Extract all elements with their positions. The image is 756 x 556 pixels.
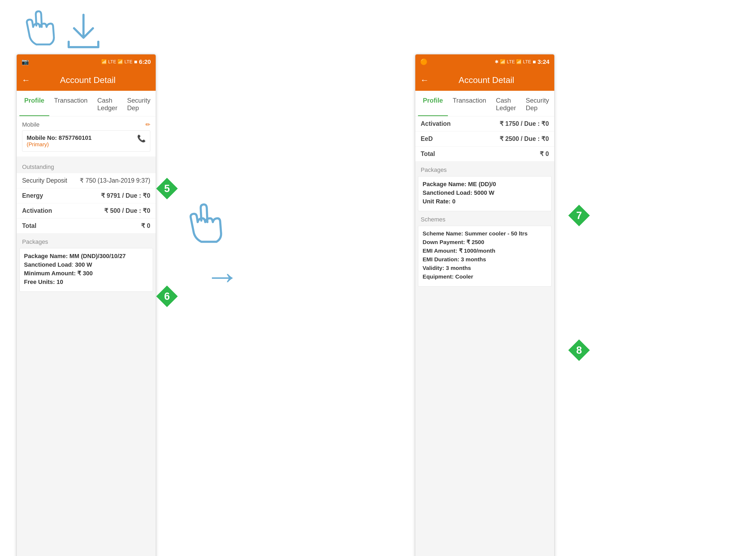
back-button-left[interactable]: ← (22, 75, 30, 85)
packages-section-right: Packages Package Name: ME (DD)/0 Sanctio… (415, 162, 554, 211)
camera-icon: 📷 (22, 59, 29, 65)
mobile-info: Mobile No: 8757760101 (Primary) (27, 134, 92, 148)
phone-left: 📷 📶 LTE 📶 LTE ■ 6:20 ← Account Detail Pr… (16, 54, 156, 556)
total-value-right: ₹ 0 (540, 150, 549, 158)
total-row-left: Total ₹ 0 (17, 218, 156, 234)
badge-6: 6 (156, 285, 178, 307)
phone-right: 🟠 ✱ 📶 LTE 📶 LTE ■ 3:24 ← Account Detail … (415, 54, 555, 556)
mobile-no-label: Mobile No: (27, 134, 57, 141)
energy-label: Energy (22, 192, 43, 199)
energy-row: Energy ₹ 9791 / Due : ₹0 (17, 188, 156, 203)
package-card-right: Package Name: ME (DD)/0 Sanctioned Load:… (418, 176, 551, 211)
scheme-name-label: Scheme Name: (423, 230, 463, 237)
mobile-card-header: Mobile ✏ (22, 121, 150, 128)
status-bar-left-icons: 📷 (22, 59, 29, 65)
status-bar-right-right: ✱ 📶 LTE 📶 LTE ■ 3:24 (495, 59, 549, 65)
tab-transaction-right[interactable]: Transaction (448, 91, 491, 116)
status-bar-right: 🟠 ✱ 📶 LTE 📶 LTE ■ 3:24 (415, 55, 554, 69)
scheme-name-value: Summer cooler - 50 ltrs (465, 230, 527, 237)
package-card-left: Package Name: MM (DND)/300/10/27 Sanctio… (20, 248, 153, 292)
emi-amount-value: ₹ 1000/month (459, 248, 496, 254)
bluetooth-icon: ✱ 📶 LTE 📶 LTE (495, 59, 531, 65)
sanctioned-load-row-left: Sanctioned Load: 300 W (24, 261, 148, 268)
tab-profile-right[interactable]: Profile (418, 91, 448, 116)
activation-row-left: Activation ₹ 500 / Due : ₹0 (17, 203, 156, 218)
security-deposit-value: ₹ 750 (13-Jan-2019 9:37) (80, 177, 150, 184)
minimum-amount-value: ₹ 300 (77, 270, 93, 277)
schemes-label: Schemes (415, 211, 554, 226)
tab-transaction-left[interactable]: Transaction (49, 91, 93, 116)
tab-cash-ledger-left[interactable]: Cash Ledger (93, 91, 122, 116)
mobile-primary: (Primary) (27, 141, 92, 148)
validity-row: Validity: 3 months (423, 265, 547, 271)
header-bar-left: ← Account Detail (17, 69, 156, 91)
badge-8: 8 (568, 339, 590, 361)
tab-profile-left[interactable]: Profile (20, 91, 49, 116)
content-area-left: Mobile ✏ Mobile No: 8757760101 (Primary)… (17, 116, 156, 556)
equipment-label: Equipment: (423, 273, 454, 280)
free-units-row: Free Units: 10 (24, 279, 148, 285)
activation-label-left: Activation (22, 207, 52, 214)
down-payment-row: Down Payment: ₹ 2500 (423, 239, 547, 245)
signal-icon: 📶 LTE 📶 LTE (101, 59, 133, 65)
middle-hand-icon (183, 199, 231, 249)
battery-icon: ■ (134, 59, 137, 65)
total-value-left: ₹ 0 (141, 222, 150, 230)
download-icon (66, 12, 101, 50)
scheme-card: Scheme Name: Summer cooler - 50 ltrs Dow… (418, 226, 551, 287)
tab-cash-ledger-right[interactable]: Cash Ledger (491, 91, 521, 116)
hand-middle-svg (183, 199, 231, 248)
emi-amount-label: EMI Amount: (423, 248, 457, 254)
sanctioned-load-value-left: 300 W (75, 261, 92, 268)
validity-label: Validity: (423, 265, 444, 271)
package-name-value-right: ME (DD)/0 (468, 181, 496, 187)
content-area-right: Activation ₹ 1750 / Due : ₹0 EeD ₹ 2500 … (415, 116, 554, 556)
page-title-left: Account Detail (36, 75, 140, 85)
equipment-row: Equipment: Cooler (423, 273, 547, 280)
sanctioned-load-row-right: Sanctioned Load: 5000 W (423, 189, 547, 196)
emi-duration-label: EMI Duration: (423, 256, 460, 263)
security-deposit-label: Security Deposit (22, 177, 67, 184)
down-payment-label: Down Payment: (423, 239, 465, 245)
tab-security-left[interactable]: Security Dep (122, 91, 155, 116)
mobile-no-value: 8757760101 (59, 134, 92, 141)
package-name-label-right: Package Name: (423, 181, 466, 187)
sanctioned-load-label-right: Sanctioned Load: (423, 189, 472, 196)
top-icons-area (20, 7, 101, 50)
badge-5: 5 (156, 178, 178, 199)
status-bar-left: 📷 📶 LTE 📶 LTE ■ 6:20 (17, 55, 156, 69)
spotify-icon: 🟠 (420, 59, 427, 65)
total-label-right: Total (421, 150, 435, 158)
tabs-bar-left: Profile Transaction Cash Ledger Security… (17, 91, 156, 116)
sanctioned-load-value-right: 5000 W (474, 189, 495, 196)
eed-row: EeD ₹ 2500 / Due : ₹0 (415, 132, 554, 146)
scheme-name-row: Scheme Name: Summer cooler - 50 ltrs (423, 230, 547, 237)
battery-icon-right: ■ (533, 59, 536, 65)
activation-value-right: ₹ 1750 / Due : ₹0 (500, 120, 549, 128)
emi-duration-value: 3 months (461, 256, 486, 263)
mobile-number: Mobile No: 8757760101 (27, 134, 92, 141)
edit-icon[interactable]: ✏ (145, 121, 150, 128)
outstanding-section-right: Activation ₹ 1750 / Due : ₹0 EeD ₹ 2500 … (415, 116, 554, 162)
eed-label: EeD (421, 135, 433, 142)
time-display-right: 3:24 (538, 59, 549, 65)
outstanding-section: Outstanding Security Deposit ₹ 750 (13-J… (17, 159, 156, 234)
tabs-bar-right: Profile Transaction Cash Ledger Security… (415, 91, 554, 116)
activation-row-right: Activation ₹ 1750 / Due : ₹0 (415, 116, 554, 132)
call-icon[interactable]: 📞 (137, 134, 146, 143)
time-display: 6:20 (139, 59, 151, 65)
packages-section-left: Packages Package Name: MM (DND)/300/10/2… (17, 234, 156, 292)
activation-value-left: ₹ 500 / Due : ₹0 (104, 207, 150, 214)
back-button-right[interactable]: ← (420, 75, 429, 85)
down-payment-value: ₹ 2500 (466, 239, 484, 245)
mobile-section: Mobile ✏ Mobile No: 8757760101 (Primary)… (17, 116, 156, 157)
tab-security-right[interactable]: Security Dep (521, 91, 554, 116)
package-name-label-left: Package Name: (24, 253, 68, 259)
validity-value: 3 months (446, 265, 471, 271)
mobile-row: Mobile No: 8757760101 (Primary) 📞 (22, 130, 150, 152)
minimum-amount-row: Minimum Amount: ₹ 300 (24, 270, 148, 277)
header-bar-right: ← Account Detail (415, 69, 554, 91)
eed-value: ₹ 2500 / Due : ₹0 (500, 135, 549, 142)
outstanding-label: Outstanding (17, 159, 156, 173)
unit-rate-label: Unit Rate: (423, 198, 451, 205)
